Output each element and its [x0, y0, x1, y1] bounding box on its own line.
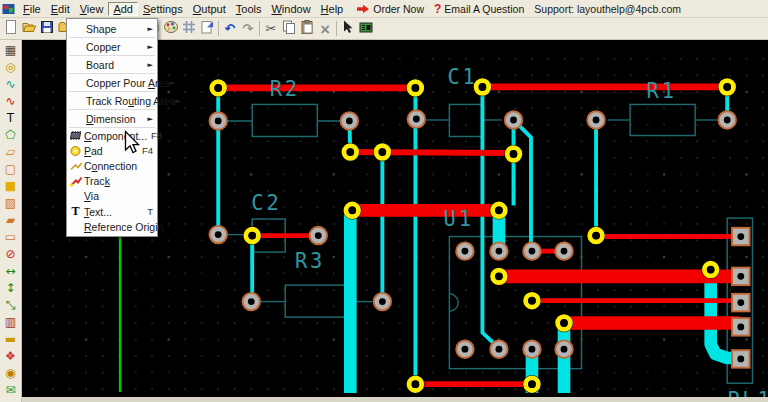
pad[interactable] [374, 293, 391, 310]
pad-tool-icon[interactable]: ◎ [3, 60, 19, 74]
connection-tool-icon[interactable]: ∿ [3, 77, 19, 91]
shape-rect-tool-icon[interactable]: ▱ [3, 145, 19, 159]
menu-item-board[interactable]: Board► [69, 56, 155, 74]
board-ruler-tool-icon[interactable]: ▬ [3, 332, 19, 346]
copper-poly-tool-icon[interactable]: ▰ [3, 213, 19, 227]
connector-pad[interactable] [732, 350, 749, 367]
connector-pad[interactable] [732, 228, 749, 245]
connector-pad[interactable] [732, 268, 749, 285]
copper-rect-tool-icon[interactable]: ▨ [3, 196, 19, 210]
save-button[interactable] [38, 20, 56, 38]
open-file-button[interactable] [20, 20, 38, 38]
properties-button[interactable] [198, 20, 216, 38]
connector-pad[interactable] [732, 318, 749, 335]
pad[interactable] [555, 340, 572, 357]
pad[interactable] [523, 242, 540, 259]
menu-item-connection[interactable]: Connection [67, 158, 157, 173]
via[interactable] [587, 226, 605, 244]
via[interactable] [373, 143, 391, 161]
copy-button[interactable] [280, 20, 298, 38]
pad[interactable] [242, 293, 259, 310]
cutout-tool-icon[interactable]: ⊘ [3, 247, 19, 261]
dimension-diagonal-tool-icon[interactable]: ⤡ [3, 298, 19, 312]
pad[interactable] [456, 340, 473, 357]
menu-item-copper[interactable]: Copper► [69, 38, 155, 56]
pad[interactable] [310, 227, 327, 244]
menu-settings[interactable]: Settings [138, 2, 188, 16]
via[interactable] [243, 226, 261, 244]
shape-polygon-tool-icon[interactable]: ⬠ [3, 128, 19, 142]
menu-item-via[interactable]: Via [67, 189, 157, 204]
grid-button[interactable] [180, 20, 198, 38]
menu-item-component[interactable]: Component...F8 [67, 128, 157, 143]
redo-icon: ↷ [243, 21, 254, 37]
menu-file[interactable]: File [18, 2, 46, 16]
menu-output[interactable]: Output [188, 2, 231, 16]
dimension-vertical-tool-icon[interactable]: ↕ [3, 281, 19, 295]
pad[interactable] [555, 242, 572, 259]
component-tool-icon[interactable]: ▦ [3, 43, 19, 57]
track-tool-icon[interactable]: ∿ [3, 94, 19, 108]
via[interactable] [490, 267, 508, 285]
component-bin-button[interactable] [357, 20, 375, 38]
select-mode-button[interactable] [339, 20, 357, 38]
pad[interactable] [209, 226, 226, 243]
pad[interactable] [456, 242, 473, 259]
menu-item-pad[interactable]: PadF4 [67, 143, 157, 158]
pad[interactable] [587, 111, 604, 128]
via[interactable] [406, 79, 424, 97]
undo-button[interactable]: ↶ [221, 20, 239, 38]
pad[interactable] [490, 242, 507, 259]
menu-item-shape[interactable]: Shape► [69, 20, 155, 38]
via[interactable] [523, 375, 541, 393]
redo-button[interactable]: ↷ [239, 20, 257, 38]
via[interactable] [555, 314, 573, 332]
via[interactable] [406, 375, 424, 393]
menu-item-track[interactable]: Track [67, 174, 157, 189]
pad[interactable] [490, 340, 507, 357]
mail-tool-icon[interactable]: ✉ [3, 383, 19, 397]
shape-filled-tool-icon[interactable]: ■ [3, 179, 19, 193]
world-view-tool-icon[interactable]: ◉ [3, 366, 19, 380]
via[interactable] [701, 260, 719, 278]
via[interactable] [341, 143, 359, 161]
pad[interactable] [505, 111, 522, 128]
pad[interactable] [209, 112, 226, 129]
via[interactable] [209, 79, 227, 97]
paste-button[interactable] [298, 20, 316, 38]
menu-item-text[interactable]: T Text...T [67, 204, 157, 219]
menu-item-track-routing-area[interactable]: Track Routing Area► [69, 92, 155, 110]
menu-item-reference-origin[interactable]: Reference Origin [67, 219, 157, 234]
design-colors-tool-icon[interactable]: ❖ [3, 349, 19, 363]
copper-outline-tool-icon[interactable]: ▭ [3, 230, 19, 244]
pad[interactable] [523, 340, 540, 357]
menu-tools[interactable]: Tools [231, 2, 267, 16]
colors-button[interactable] [162, 20, 180, 38]
via[interactable] [718, 78, 736, 96]
menu-item-dimension[interactable]: Dimension► [69, 110, 155, 128]
menu-view[interactable]: View [75, 2, 109, 16]
cut-button[interactable]: ✂ [262, 20, 280, 38]
component-pads-tool-icon[interactable]: ▥ [3, 315, 19, 329]
new-file-button[interactable] [2, 20, 20, 38]
via[interactable] [490, 201, 508, 219]
shape-rounded-tool-icon[interactable]: ▢ [3, 162, 19, 176]
menu-window[interactable]: Window [266, 2, 315, 16]
menu-edit[interactable]: Edit [46, 2, 75, 16]
email-question-link[interactable]: Email A Question [444, 3, 524, 15]
connector-pad[interactable] [732, 294, 749, 311]
pad[interactable] [718, 111, 735, 128]
via[interactable] [504, 145, 522, 163]
designator-label-R2: R2 [270, 77, 300, 101]
menu-help[interactable]: Help [316, 2, 349, 16]
pad[interactable] [408, 110, 425, 127]
delete-button[interactable]: × [316, 20, 334, 38]
via[interactable] [523, 291, 541, 309]
pad[interactable] [341, 112, 358, 129]
menu-add[interactable]: Add [108, 2, 138, 16]
menu-item-copper-pour-area[interactable]: Copper Pour Area► [69, 74, 155, 92]
via[interactable] [343, 201, 361, 219]
order-now-link[interactable]: Order Now [373, 3, 424, 15]
dimension-horizontal-tool-icon[interactable]: ↔ [3, 264, 19, 278]
text-tool-icon[interactable]: T [3, 111, 19, 125]
